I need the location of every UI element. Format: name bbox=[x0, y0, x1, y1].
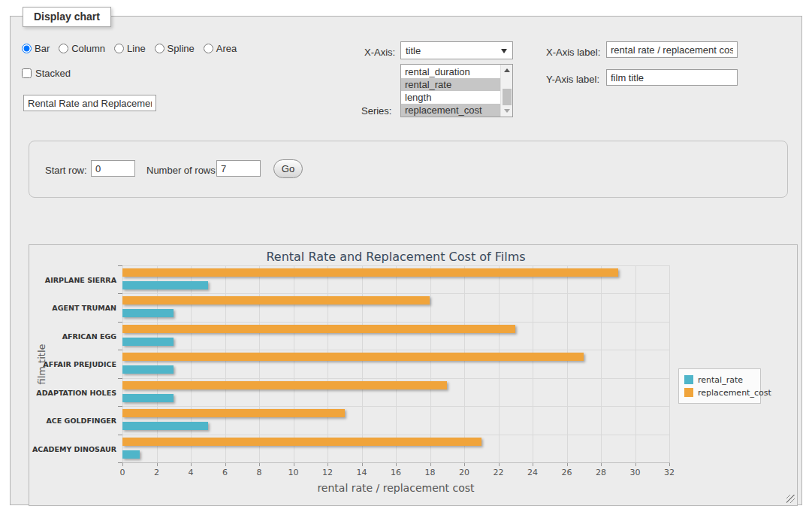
x-axis-tick-label: 12 bbox=[315, 468, 340, 477]
chart-type-area[interactable]: Area bbox=[204, 43, 237, 54]
y-axis-label-input[interactable] bbox=[606, 69, 738, 86]
chart-type-column[interactable]: Column bbox=[59, 43, 105, 54]
go-button[interactable]: Go bbox=[273, 159, 303, 178]
chart-title-input[interactable] bbox=[23, 95, 156, 111]
scroll-up-button[interactable] bbox=[501, 65, 513, 76]
x-axis-tick-label: 6 bbox=[213, 468, 238, 477]
bar-replacement_cost[interactable] bbox=[122, 438, 481, 446]
chart-type-radio-spline[interactable] bbox=[155, 44, 165, 53]
chart-x-axis-title: rental rate / replacement cost bbox=[122, 482, 669, 494]
gridline bbox=[294, 265, 294, 462]
number-of-rows-input[interactable] bbox=[216, 160, 261, 177]
scroll-down-button[interactable] bbox=[501, 105, 513, 117]
bar-replacement_cost[interactable] bbox=[122, 325, 515, 333]
x-axis-select-label: X-Axis: bbox=[364, 47, 395, 58]
bar-replacement_cost[interactable] bbox=[122, 353, 584, 361]
scrollbar-thumb[interactable] bbox=[503, 89, 512, 105]
series-option-rental_duration[interactable]: rental_duration bbox=[401, 65, 500, 78]
bar-replacement_cost[interactable] bbox=[122, 268, 618, 277]
series-scrollbar[interactable] bbox=[500, 65, 512, 117]
chart-type-radio-line[interactable] bbox=[114, 44, 124, 53]
scroll-up-icon bbox=[504, 68, 510, 72]
category-label: ACADEMY DINOSAUR bbox=[29, 445, 116, 453]
category-label: AFRICAN EGG bbox=[29, 332, 116, 341]
x-axis-select[interactable]: title bbox=[400, 41, 513, 59]
x-axis-tick-label: 22 bbox=[486, 468, 512, 477]
x-axis-tick-label: 30 bbox=[623, 468, 648, 477]
scroll-down-icon bbox=[504, 109, 510, 113]
row-range-panel: Start row: Number of rows: Go bbox=[29, 141, 788, 198]
y-axis-tick bbox=[118, 378, 122, 379]
stacked-checkbox[interactable] bbox=[22, 68, 32, 78]
x-axis-tick-label: 8 bbox=[246, 468, 272, 477]
y-axis-tick bbox=[118, 435, 122, 435]
y-axis-tick bbox=[118, 350, 122, 350]
y-axis-tick bbox=[118, 322, 122, 323]
chart-type-radios: BarColumnLineSplineArea bbox=[22, 43, 243, 54]
chart-type-bar[interactable]: Bar bbox=[22, 43, 50, 54]
page: Display chart BarColumnLineSplineArea St… bbox=[0, 0, 812, 512]
x-axis-line bbox=[122, 462, 670, 463]
chart-legend: rental_ratereplacement_cost bbox=[678, 368, 761, 404]
legend-swatch-icon bbox=[684, 375, 693, 384]
bar-rental_rate[interactable] bbox=[122, 338, 174, 346]
gridline bbox=[122, 293, 669, 294]
x-axis-tick-label: 4 bbox=[178, 468, 204, 477]
gridline bbox=[362, 265, 363, 462]
series-option-length[interactable]: length bbox=[401, 91, 500, 104]
gridline bbox=[122, 265, 123, 462]
x-axis-selected-value: title bbox=[406, 45, 421, 56]
gridline bbox=[122, 378, 669, 379]
series-listbox[interactable]: rental_durationrental_ratelengthreplacem… bbox=[400, 64, 513, 117]
y-axis-tick bbox=[118, 293, 122, 294]
chart-type-spline[interactable]: Spline bbox=[155, 43, 195, 54]
gridline bbox=[464, 265, 465, 462]
chart-type-line[interactable]: Line bbox=[114, 43, 146, 54]
series-label: Series: bbox=[361, 105, 391, 117]
bar-rental_rate[interactable] bbox=[122, 450, 140, 459]
bar-replacement_cost[interactable] bbox=[122, 296, 430, 304]
series-option-rental_rate[interactable]: rental_rate bbox=[401, 78, 500, 91]
gridline bbox=[122, 350, 669, 350]
bar-replacement_cost[interactable] bbox=[122, 381, 447, 389]
chart-type-radio-label: Column bbox=[71, 43, 105, 54]
chart-type-radio-label: Spline bbox=[168, 43, 195, 54]
series-option-replacement_cost[interactable]: replacement_cost bbox=[401, 104, 500, 117]
bar-replacement_cost[interactable] bbox=[122, 409, 345, 417]
gridline bbox=[430, 265, 431, 462]
x-axis-tick-label: 32 bbox=[657, 468, 682, 477]
stacked-label: Stacked bbox=[35, 68, 71, 79]
category-label: ACE GOLDFINGER bbox=[29, 417, 116, 425]
chart-type-radio-column[interactable] bbox=[59, 44, 68, 53]
chart-type-radio-area[interactable] bbox=[204, 44, 213, 53]
gridline bbox=[601, 265, 602, 462]
gridline bbox=[122, 265, 669, 266]
chevron-down-icon bbox=[501, 49, 507, 53]
bar-rental_rate[interactable] bbox=[122, 309, 174, 317]
legend-item-label: rental_rate bbox=[698, 375, 743, 385]
x-axis-tick-label: 18 bbox=[418, 468, 443, 477]
series-options: rental_durationrental_ratelengthreplacem… bbox=[401, 65, 500, 117]
legend-item-replacement_cost[interactable]: replacement_cost bbox=[684, 386, 755, 398]
category-label: AFFAIR PREJUDICE bbox=[29, 360, 116, 368]
gridline bbox=[669, 265, 670, 462]
x-axis-tick-label: 14 bbox=[349, 468, 375, 477]
fieldset-legend: Display chart bbox=[23, 7, 111, 27]
bar-rental_rate[interactable] bbox=[122, 422, 208, 430]
gridline bbox=[191, 265, 192, 462]
x-axis-tick-label: 16 bbox=[383, 468, 409, 477]
y-axis-tick bbox=[118, 265, 122, 266]
legend-item-rental_rate[interactable]: rental_rate bbox=[684, 374, 755, 386]
chart-type-radio-bar[interactable] bbox=[22, 44, 32, 53]
bar-rental_rate[interactable] bbox=[122, 394, 174, 402]
gridline bbox=[396, 265, 397, 462]
category-label: AIRPLANE SIERRA bbox=[29, 276, 116, 284]
start-row-input[interactable] bbox=[91, 160, 135, 177]
gridline bbox=[635, 265, 636, 462]
gridline bbox=[499, 265, 500, 462]
resize-handle-icon[interactable] bbox=[786, 495, 795, 503]
bar-rental_rate[interactable] bbox=[122, 365, 174, 374]
bar-rental_rate[interactable] bbox=[122, 281, 208, 289]
gridline bbox=[567, 265, 568, 462]
x-axis-label-input[interactable] bbox=[606, 41, 738, 58]
